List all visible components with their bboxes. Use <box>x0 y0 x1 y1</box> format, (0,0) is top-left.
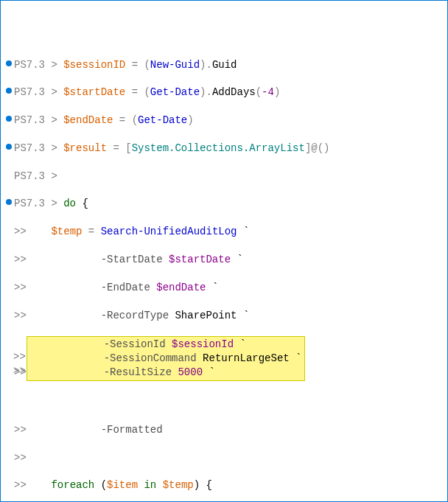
highlighted-code: -SessionId $sessionId ` -SessionCommand … <box>27 336 305 381</box>
line-content: PS7.3 > $startDate = (Get-Date).AddDays(… <box>14 86 444 100</box>
code-line: >> $temp = Search-UnifiedAuditLog ` <box>4 225 444 239</box>
code-line: >> -RecordType SharePoint ` <box>4 309 444 323</box>
code-line: >> <box>3 350 26 364</box>
code-line: >> <box>4 451 444 465</box>
code-line: PS7.3 > $sessionID = (New-Guid).Guid <box>4 58 444 72</box>
bullet-marker <box>4 58 14 66</box>
line-content: PS7.3 > do { <box>14 197 444 211</box>
line-content: >> -Formatted <box>14 423 444 437</box>
line-content: >> -EndDate $endDate ` <box>14 281 444 295</box>
line-content: PS7.3 > $endDate = (Get-Date) <box>14 114 444 128</box>
line-content: >> $temp = Search-UnifiedAuditLog ` <box>14 225 444 239</box>
line-content: >> <box>13 364 26 378</box>
bullet-marker <box>4 197 14 205</box>
code-line: >> <box>3 364 26 378</box>
line-content: >> <box>14 451 444 465</box>
line-content: PS7.3 > $sessionID = (New-Guid).Guid <box>14 58 444 72</box>
code-line: >> -Formatted <box>4 423 444 437</box>
code-line: PS7.3 > <box>4 170 444 184</box>
line-content: PS7.3 > <box>14 170 444 184</box>
line-content: >> -StartDate $startDate ` <box>14 253 444 267</box>
bullet-marker <box>4 225 14 227</box>
bullet-marker <box>4 86 14 94</box>
line-content: >> -SessionId $sessionId ` -SessionComma… <box>14 336 444 381</box>
code-line: >> -StartDate $startDate ` <box>4 253 444 267</box>
code-line: >> -SessionId $sessionId ` -SessionComma… <box>4 336 444 381</box>
bullet-marker <box>4 142 14 150</box>
bullet-marker <box>4 170 14 172</box>
code-line: PS7.3 > $startDate = (Get-Date).AddDays(… <box>4 86 444 100</box>
bullet-marker <box>4 114 14 122</box>
code-line: PS7.3 > $endDate = (Get-Date) <box>4 114 444 128</box>
code-line: >> -EndDate $endDate ` <box>4 281 444 295</box>
line-content: >> <box>13 350 26 364</box>
line-content: >> foreach ($item in $temp) { <box>14 478 444 492</box>
code-line: PS7.3 > $result = [System.Collections.Ar… <box>4 142 444 156</box>
line-content: PS7.3 > $result = [System.Collections.Ar… <box>14 142 444 156</box>
code-line: >> foreach ($item in $temp) { <box>4 478 444 492</box>
line-content: >> -RecordType SharePoint ` <box>14 309 444 323</box>
code-line: PS7.3 > do { <box>4 197 444 211</box>
